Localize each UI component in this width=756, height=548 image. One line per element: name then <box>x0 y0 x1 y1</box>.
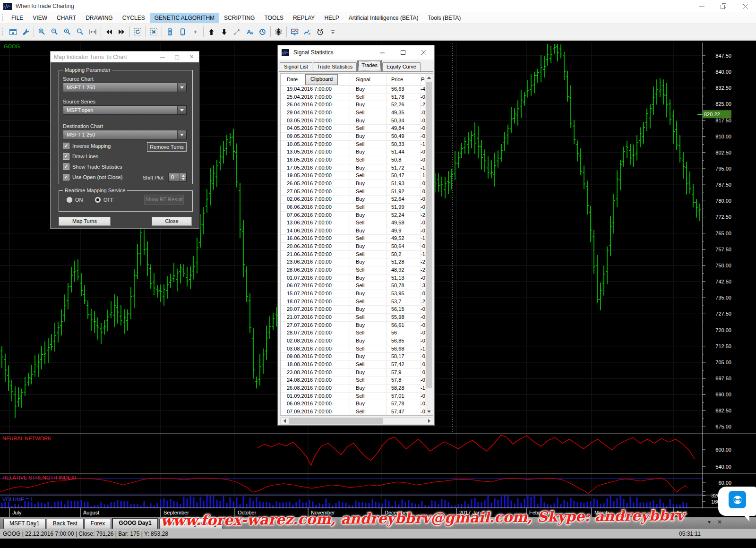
list-button[interactable] <box>163 26 176 38</box>
trade-row[interactable]: 16.05.2016 7:00:00Sell50,8-0,9 <box>281 156 426 164</box>
trade-row[interactable]: 04.05.2016 7:00:00Sell49,84-0,6 <box>281 125 426 133</box>
chevron-down-icon[interactable] <box>177 83 186 92</box>
menu-help[interactable]: HELP <box>319 13 344 23</box>
close-icon[interactable]: ✕ <box>184 51 199 62</box>
zoom-in-button[interactable] <box>61 26 74 38</box>
scrollbar-thumb[interactable] <box>426 82 432 388</box>
clipboard-button[interactable]: Clipboard <box>305 74 338 85</box>
radio-off[interactable] <box>94 197 101 203</box>
shift-plot-stepper[interactable]: 0 <box>168 173 187 182</box>
teamviewer-icon[interactable] <box>729 491 746 508</box>
dialog-tab-equity-curve[interactable]: Equity Curve <box>382 62 421 71</box>
trade-row[interactable]: 23.08.2016 7:00:00Buy57,9-0,1 <box>281 369 426 377</box>
trade-row[interactable]: 01.09.2016 7:00:00Sell57,01-0,7 <box>281 393 426 401</box>
menu-cycles[interactable]: CYCLES <box>118 13 150 23</box>
trade-row[interactable]: 20.06.2016 7:00:00Buy50,64-0,4 <box>281 243 426 251</box>
overflow-button[interactable] <box>326 26 339 38</box>
trade-row[interactable]: 15.07.2016 7:00:00Buy53,95-0,2 <box>281 290 426 298</box>
trade-row[interactable]: 27.07.2016 7:00:00Buy56,61-0,6 <box>281 322 426 330</box>
menu-tools-beta[interactable]: Tools (BETA) <box>423 13 466 23</box>
trade-row[interactable]: 19.04.2016 7:00:00Buy56,63-4,8 <box>281 86 426 94</box>
trade-row[interactable]: 26.05.2016 7:00:00Buy51,93-0,0 <box>281 180 426 188</box>
trade-row[interactable]: 10.05.2016 7:00:00Sell50,33-1,1 <box>281 141 426 149</box>
skip-back-button[interactable] <box>103 26 115 38</box>
scroll-right-icon[interactable] <box>425 418 433 424</box>
remove-turns-button[interactable]: Remove Turns <box>147 142 187 152</box>
map-dialog-titlebar[interactable]: Map Indicator Turns To Chart — ▢ ✕ <box>51 51 199 62</box>
trade-row[interactable]: 19.05.2016 7:00:00Sell50,47-1,4 <box>281 172 426 180</box>
tab-goog-day1[interactable]: GOOG Day1 <box>112 518 158 529</box>
alarm-clock-button[interactable] <box>314 26 326 38</box>
checkbox-checked-icon[interactable]: ✓ <box>63 153 69 160</box>
maximize-icon[interactable] <box>393 45 413 60</box>
destination-chart-select[interactable]: MSFT 1 250 <box>63 130 187 139</box>
menu-replay[interactable]: REPLAY <box>288 13 319 23</box>
minimize-icon[interactable] <box>372 45 393 60</box>
scroll-left-icon[interactable] <box>281 418 288 424</box>
trade-row[interactable]: 26.08.2016 7:00:00Buy58,28-1,2 <box>281 385 426 393</box>
trade-row[interactable]: 23.06.2016 7:00:00Buy51,28-2,3 <box>281 258 426 266</box>
trade-row[interactable]: 03.08.2016 7:00:00Sell56,68-1,4 <box>281 345 426 353</box>
column-signal[interactable]: Signal <box>356 77 370 82</box>
trade-row[interactable]: 02.08.2016 7:00:00Buy56,85-0,1 <box>281 337 426 345</box>
tab-back-test[interactable]: Back Test <box>47 519 84 529</box>
trade-row[interactable]: 25.04.2016 7:00:00Sell51,78-0,4 <box>281 94 426 102</box>
teamviewer-popup[interactable] <box>718 487 756 522</box>
column-date[interactable]: Date <box>287 77 298 82</box>
zoom-100-button[interactable] <box>35 26 48 38</box>
signal-dialog-titlebar[interactable]: Signal Statistics <box>278 45 434 60</box>
checkbox-checked-icon[interactable]: ✓ <box>63 174 69 180</box>
checkbox-checked-icon[interactable]: ✓ <box>63 163 69 170</box>
trade-row[interactable]: 03.05.2016 7:00:00Buy50,34-0,5 <box>281 117 426 125</box>
trade-row[interactable]: 14.06.2016 7:00:00Buy49,9-0,3 <box>281 227 426 235</box>
trade-row[interactable]: 09.05.2016 7:00:00Buy50,49-0,1 <box>281 133 426 141</box>
toolbar-grip[interactable] <box>2 28 4 35</box>
chart-edit-button[interactable] <box>301 26 314 38</box>
close-button[interactable]: Close <box>152 217 192 226</box>
chart-monitor-button[interactable] <box>288 26 301 38</box>
map-turns-button[interactable]: Map Turns <box>59 217 111 226</box>
trade-row[interactable]: 21.06.2016 7:00:00Sell50,2-1,0 <box>281 251 426 259</box>
font-button[interactable]: AA <box>243 26 256 38</box>
trade-row[interactable]: 07.06.2016 7:00:00Buy52,24-2,6 <box>281 212 426 220</box>
chevron-down-icon[interactable] <box>177 130 186 139</box>
trade-row[interactable]: 28.07.2016 7:00:00Sell56-0,8 <box>281 329 426 337</box>
vertical-scrollbar[interactable] <box>425 74 433 415</box>
menu-artificial-intelligence-beta[interactable]: Artificial Intelligence (BETA) <box>344 13 423 23</box>
table-header[interactable]: Date Signal Price Prof Clipboard <box>281 74 433 86</box>
trade-row[interactable]: 21.07.2016 7:00:00Sell55,98-0,6 <box>281 314 426 322</box>
menu-drawing[interactable]: DRAWING <box>81 13 118 23</box>
tab-msft-day1[interactable]: MSFT Day1 <box>3 519 46 529</box>
trade-row[interactable]: 18.08.2016 7:00:00Sell57,42-0,4 <box>281 361 426 369</box>
trade-row[interactable]: 02.06.2016 7:00:00Buy52,64-0,6 <box>281 196 426 204</box>
menu-grip[interactable] <box>2 14 4 21</box>
chevron-down-icon[interactable] <box>177 106 186 114</box>
pencil-button[interactable] <box>231 26 243 38</box>
dialog-tab-trade-statistics[interactable]: Trade Statistics <box>313 62 357 71</box>
restore-icon[interactable] <box>713 0 734 12</box>
trade-row[interactable]: 26.04.2016 7:00:00Buy52,26-2,9 <box>281 101 426 109</box>
trade-row[interactable]: 06.07.2016 7:00:00Sell50,78-3,1 <box>281 282 426 290</box>
plus-small-button[interactable] <box>189 26 202 38</box>
trade-row[interactable]: 13.06.2016 7:00:00Sell49,58-0,3 <box>281 219 426 227</box>
scroll-down-icon[interactable] <box>425 408 432 415</box>
scroll-up-icon[interactable] <box>425 74 432 81</box>
use-open-checkbox[interactable]: ✓ Use Open (not Close) <box>63 173 122 181</box>
trade-row[interactable]: 27.05.2016 7:00:00Sell51,92-0,7 <box>281 188 426 196</box>
minimize-icon[interactable] <box>691 0 713 12</box>
menu-scripting[interactable]: SCRIPTING <box>219 13 259 23</box>
trade-row[interactable]: 06.06.2016 7:00:00Sell51,99-0,2 <box>281 204 426 212</box>
checkbox-checked-icon[interactable]: ✓ <box>63 143 69 149</box>
zoom-search-button[interactable] <box>74 26 86 38</box>
trade-row[interactable]: 13.05.2016 7:00:00Buy51,44-0,6 <box>281 148 426 156</box>
select-refresh-button[interactable] <box>131 26 144 38</box>
scrollbar-thumb[interactable] <box>289 418 383 424</box>
dialog-tab-trades[interactable]: Trades <box>357 60 382 71</box>
burst-button[interactable] <box>272 26 285 38</box>
arrow-up-button[interactable] <box>205 26 218 38</box>
tab-forex[interactable]: Forex <box>85 519 112 529</box>
menu-tools[interactable]: TOOLS <box>259 13 288 23</box>
menu-view[interactable]: VIEW <box>28 13 52 23</box>
radio-on[interactable] <box>66 197 73 203</box>
strip-dropdown-icon[interactable]: ▾ <box>708 519 711 525</box>
